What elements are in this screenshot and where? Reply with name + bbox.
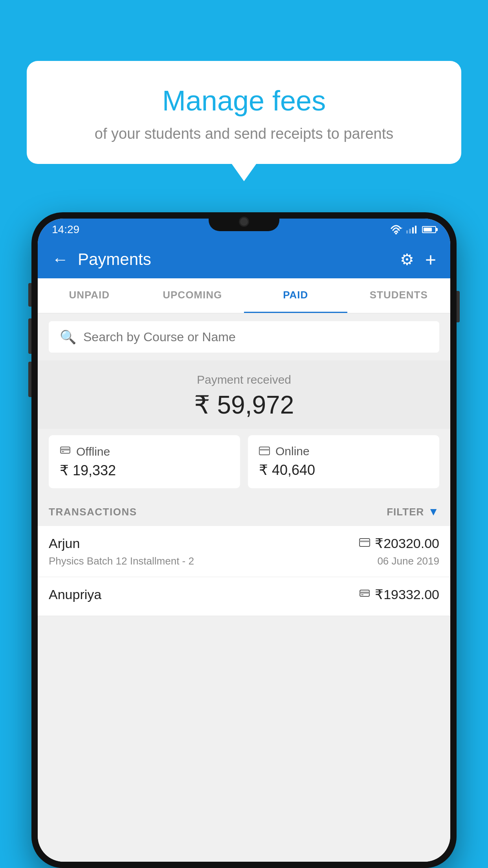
svg-point-0 (395, 233, 397, 235)
app-header: ← Payments ⚙ + (38, 241, 450, 278)
wifi-icon (390, 225, 402, 234)
transaction-date: 06 June 2019 (377, 555, 439, 567)
payment-received-label: Payment received (38, 373, 450, 386)
signal-icon (406, 226, 416, 234)
offline-card-top: Offline (60, 445, 229, 458)
status-time: 14:29 (52, 223, 79, 236)
front-camera (239, 217, 249, 227)
online-card-top: Online (259, 445, 428, 458)
transaction-amount-wrap: ₹19332.00 (359, 587, 439, 602)
speech-bubble-container: Manage fees of your students and send re… (27, 61, 461, 164)
phone-frame: 14:29 (31, 212, 457, 868)
filter-label: FILTER (387, 506, 424, 518)
transaction-type-icon (359, 588, 370, 601)
camera-button (28, 362, 31, 397)
header-actions: ⚙ + (400, 249, 436, 270)
online-label: Online (275, 445, 310, 458)
transactions-label: TRANSACTIONS (49, 506, 137, 518)
transaction-top: Arjun ₹20320.00 (49, 535, 439, 551)
tab-paid[interactable]: PAID (244, 278, 347, 313)
status-icons (390, 225, 436, 234)
online-card: Online ₹ 40,640 (248, 435, 439, 488)
transaction-course: Physics Batch 12 Installment - 2 (49, 555, 194, 567)
transaction-row[interactable]: Arjun ₹20320.00 Physics (38, 526, 450, 577)
phone-screen: 14:29 (38, 219, 450, 862)
volume-down-button (28, 318, 31, 354)
back-button[interactable]: ← (52, 250, 68, 269)
tab-upcoming[interactable]: UPCOMING (141, 278, 244, 313)
transaction-row[interactable]: Anupriya ₹19332.00 (38, 577, 450, 616)
add-button[interactable]: + (425, 249, 436, 270)
svg-rect-5 (259, 449, 270, 451)
tabs-bar: UNPAID UPCOMING PAID STUDENTS (38, 278, 450, 313)
search-input[interactable] (83, 330, 428, 344)
content-area: 🔍 Payment received ₹ 59,972 (38, 313, 450, 862)
bubble-title: Manage fees (58, 85, 430, 117)
svg-rect-7 (360, 541, 370, 542)
transactions-header: TRANSACTIONS FILTER ▼ (38, 498, 450, 526)
page-title: Payments (78, 250, 391, 269)
offline-card: Offline ₹ 19,332 (49, 435, 240, 488)
transaction-name: Anupriya (49, 587, 101, 602)
svg-rect-6 (360, 539, 370, 546)
payment-received-amount: ₹ 59,972 (38, 390, 450, 419)
search-icon: 🔍 (60, 329, 76, 345)
battery-icon (422, 226, 436, 233)
offline-icon (60, 445, 71, 458)
svg-rect-2 (61, 449, 70, 451)
online-icon (259, 445, 270, 458)
filter-button[interactable]: FILTER ▼ (387, 506, 439, 518)
phone-notch (209, 212, 279, 231)
transaction-bottom: Physics Batch 12 Installment - 2 06 June… (49, 555, 439, 567)
settings-button[interactable]: ⚙ (400, 250, 414, 268)
transaction-type-icon (359, 537, 370, 550)
tab-students[interactable]: STUDENTS (347, 278, 451, 313)
transaction-name: Arjun (49, 536, 80, 551)
payment-received-section: Payment received ₹ 59,972 (38, 360, 450, 429)
offline-label: Offline (76, 445, 110, 458)
transaction-top: Anupriya ₹19332.00 (49, 587, 439, 602)
online-amount: ₹ 40,640 (259, 462, 428, 478)
svg-rect-10 (361, 594, 363, 595)
bubble-subtitle: of your students and send receipts to pa… (58, 125, 430, 142)
transaction-amount: ₹20320.00 (375, 535, 439, 551)
filter-icon: ▼ (428, 506, 439, 518)
transaction-amount: ₹19332.00 (375, 587, 439, 602)
phone-container: 14:29 (31, 212, 457, 868)
svg-rect-3 (62, 451, 64, 452)
transaction-amount-wrap: ₹20320.00 (359, 535, 439, 551)
search-bar: 🔍 (49, 321, 439, 353)
payment-cards: Offline ₹ 19,332 Online (38, 435, 450, 498)
power-button (457, 291, 460, 322)
volume-up-button (28, 283, 31, 307)
speech-bubble: Manage fees of your students and send re… (27, 61, 461, 164)
tab-unpaid[interactable]: UNPAID (38, 278, 141, 313)
offline-amount: ₹ 19,332 (60, 462, 229, 479)
svg-rect-4 (259, 447, 270, 455)
svg-rect-9 (360, 592, 369, 594)
